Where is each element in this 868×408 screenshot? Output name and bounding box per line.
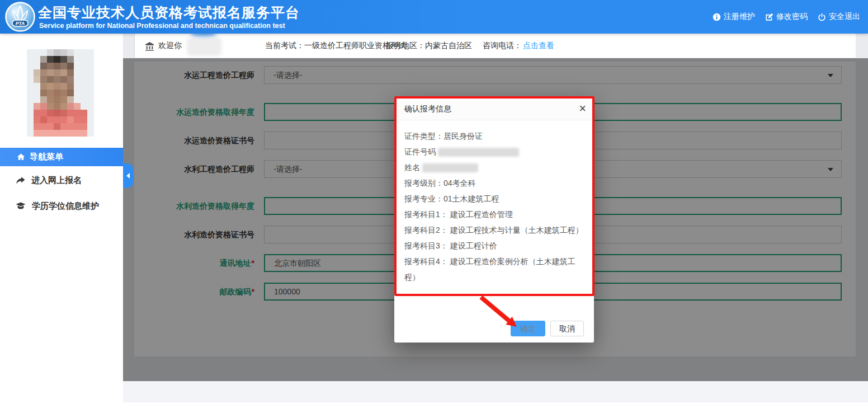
modal-line-subject4: 报考科目4： 建设工程造价案例分析（土木建筑工程） <box>404 254 587 285</box>
modal-line-id-number: 证件号码 <box>404 144 587 160</box>
bank-icon <box>145 34 154 58</box>
modal-line-subject2: 报考科目2： 建设工程技术与计量（土木建筑工程） <box>404 222 587 238</box>
app-header: PTA 全国专业技术人员资格考试报名服务平台 Service platform … <box>0 0 868 34</box>
welcome-greeting: 欢迎你 <box>158 34 182 58</box>
modal-line-subject3: 报考科目3： 建设工程计价 <box>404 238 587 254</box>
welcome-bar: 欢迎你 当前考试：一级造价工程师职业资格考试 报考地区：内蒙古自治区 咨询电话：… <box>134 34 856 58</box>
chevron-left-icon <box>126 173 130 179</box>
platform-subtitle: Service platform for National Profession… <box>39 22 285 30</box>
footer-band <box>123 381 868 402</box>
modal-line-level: 报考级别：04考全科 <box>404 175 587 191</box>
sidebar-item-online-registration[interactable]: 进入网上报名 <box>0 168 123 193</box>
exam-region-text: 报考地区：内蒙古自治区 <box>386 34 472 58</box>
home-icon <box>17 153 25 161</box>
sidebar-collapse-toggle[interactable] <box>123 163 133 188</box>
modal-header: 确认报考信息 × <box>394 97 594 120</box>
sidebar: 导航菜单 进入网上报名 学历学位信息维护 <box>0 34 123 408</box>
modal-line-major: 报考专业：01土木建筑工程 <box>404 191 587 207</box>
current-exam-text: 当前考试：一级造价工程师职业资格考试 <box>265 34 406 58</box>
phone-label: 咨询电话： <box>483 34 522 58</box>
confirm-registration-modal: 确认报考信息 × 证件类型：居民身份证 证件号码 姓名 报考级别：04考全科 报… <box>394 97 594 343</box>
graduation-cap-icon <box>16 202 26 210</box>
cancel-button[interactable]: 取消 <box>550 321 584 336</box>
nav-change-password[interactable]: 修改密码 <box>765 12 808 22</box>
info-icon <box>713 13 721 21</box>
platform-title: 全国专业技术人员资格考试报名服务平台 <box>38 3 300 22</box>
confirm-button[interactable]: 确定 <box>511 321 545 336</box>
nav-logout[interactable]: 安全退出 <box>818 12 860 22</box>
phone-view-link[interactable]: 点击查看 <box>523 34 554 58</box>
edit-icon <box>765 13 773 21</box>
user-name-redacted <box>187 37 221 56</box>
name-redacted <box>422 163 478 172</box>
pta-logo: PTA <box>5 2 35 32</box>
close-icon[interactable]: × <box>579 101 586 116</box>
header-nav: 注册维护 修改密码 安全退出 <box>713 0 860 34</box>
applicant-photo <box>27 49 94 137</box>
modal-line-id-type: 证件类型：居民身份证 <box>404 128 587 144</box>
power-icon <box>818 13 826 21</box>
nav-register-maintenance[interactable]: 注册维护 <box>713 12 755 22</box>
modal-title: 确认报考信息 <box>404 97 451 120</box>
modal-line-subject1: 报考科目1： 建设工程造价管理 <box>404 207 587 222</box>
id-number-redacted <box>438 148 519 157</box>
page: 欢迎你 当前考试：一级造价工程师职业资格考试 报考地区：内蒙古自治区 咨询电话：… <box>0 0 868 408</box>
svg-text:PTA: PTA <box>16 21 25 26</box>
enter-arrow-icon <box>16 176 25 185</box>
modal-body: 证件类型：居民身份证 证件号码 姓名 报考级别：04考全科 报考专业：01土木建… <box>404 128 587 285</box>
sidebar-menu-header[interactable]: 导航菜单 <box>0 148 123 166</box>
sidebar-item-education-info[interactable]: 学历学位信息维护 <box>0 194 123 218</box>
modal-line-name: 姓名 <box>404 160 587 175</box>
